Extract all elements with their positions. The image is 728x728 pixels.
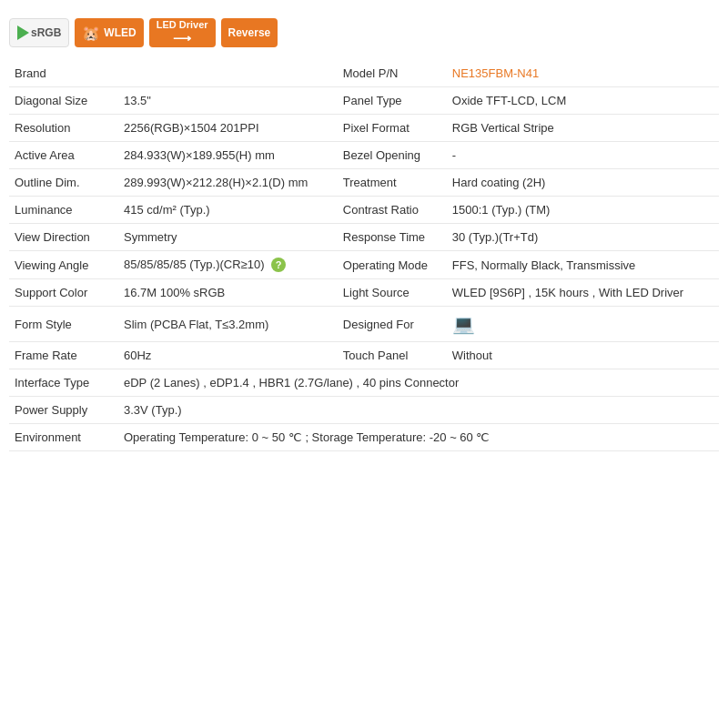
row-environment: Environment Operating Temperature: 0 ~ 5… [9,424,719,451]
value-viewing-angle: 85/85/85/85 (Typ.)(CR≥10) ? [118,251,338,279]
help-icon[interactable]: ? [271,258,286,272]
label-resolution: Resolution [9,115,118,142]
label-form-style: Form Style [9,307,118,342]
row-outline: Outline Dim. 289.993(W)×212.28(H)×2.1(D)… [9,169,719,197]
label-diagonal: Diagonal Size [9,87,118,115]
label-panel-type: Panel Type [338,87,447,115]
value-environment: Operating Temperature: 0 ~ 50 ℃ ; Storag… [118,424,719,451]
label-operating-mode: Operating Mode [338,251,447,279]
led-driver-label: LED Driver [157,19,208,31]
label-touch-panel: Touch Panel [338,342,447,369]
label-contrast: Contrast Ratio [338,197,447,224]
reverse-label: Reverse [228,26,271,39]
label-power-supply: Power Supply [9,397,118,424]
wled-hamster-icon: 🐹 [82,25,100,42]
row-support-color: Support Color 16.7M 100% sRGB Light Sour… [9,279,719,307]
value-response-time: 30 (Typ.)(Tr+Td) [447,224,719,251]
label-treatment: Treatment [338,169,447,197]
row-brand: Brand Model P/N NE135FBM-N41 [9,60,719,87]
value-support-color: 16.7M 100% sRGB [118,279,338,307]
value-operating-mode: FFS, Normally Black, Transmissive [447,251,719,279]
row-luminance: Luminance 415 cd/m² (Typ.) Contrast Rati… [9,197,719,224]
badge-srgb: sRGB [9,18,69,47]
value-power-supply: 3.3V (Typ.) [118,397,719,424]
row-viewing-angle: Viewing Angle 85/85/85/85 (Typ.)(CR≥10) … [9,251,719,279]
value-interface: eDP (2 Lanes) , eDP1.4 , HBR1 (2.7G/lane… [118,369,719,397]
viewing-angle-text: 85/85/85/85 (Typ.)(CR≥10) [124,258,265,271]
model-link[interactable]: NE135FBM-N41 [452,66,539,80]
badges-row: sRGB 🐹 WLED LED Driver ⟶ Reverse [9,18,719,47]
laptop-icon: 💻 [452,314,475,334]
label-view-direction: View Direction [9,224,118,251]
label-luminance: Luminance [9,197,118,224]
srgb-label: sRGB [31,26,61,39]
srgb-triangle-icon [17,25,29,40]
row-view-direction: View Direction Symmetry Response Time 30… [9,224,719,251]
value-resolution: 2256(RGB)×1504 201PPI [118,115,338,142]
value-diagonal: 13.5" [118,87,338,115]
label-viewing-angle: Viewing Angle [9,251,118,279]
row-power-supply: Power Supply 3.3V (Typ.) [9,397,719,424]
row-interface: Interface Type eDP (2 Lanes) , eDP1.4 , … [9,369,719,397]
badge-reverse: Reverse [221,18,278,47]
value-form-style: Slim (PCBA Flat, T≤3.2mm) [118,307,338,342]
value-light-source: WLED [9S6P] , 15K hours , With LED Drive… [447,279,719,307]
row-active-area: Active Area 284.933(W)×189.955(H) mm Bez… [9,142,719,169]
value-designed-for: 💻 [447,307,719,342]
value-contrast: 1500:1 (Typ.) (TM) [447,197,719,224]
label-response-time: Response Time [338,224,447,251]
row-frame-rate: Frame Rate 60Hz Touch Panel Without [9,342,719,369]
label-model: Model P/N [338,60,447,87]
row-diagonal: Diagonal Size 13.5" Panel Type Oxide TFT… [9,87,719,115]
row-resolution: Resolution 2256(RGB)×1504 201PPI Pixel F… [9,115,719,142]
value-view-direction: Symmetry [118,224,338,251]
value-bezel-opening: - [447,142,719,169]
label-active-area: Active Area [9,142,118,169]
value-brand [118,60,338,87]
led-driver-arrow-icon: ⟶ [173,31,191,46]
value-pixel-format: RGB Vertical Stripe [447,115,719,142]
label-outline: Outline Dim. [9,169,118,197]
label-brand: Brand [9,60,118,87]
label-interface: Interface Type [9,369,118,397]
label-frame-rate: Frame Rate [9,342,118,369]
value-active-area: 284.933(W)×189.955(H) mm [118,142,338,169]
wled-label: WLED [104,26,136,39]
value-panel-type: Oxide TFT-LCD, LCM [447,87,719,115]
value-model: NE135FBM-N41 [447,60,719,87]
value-outline: 289.993(W)×212.28(H)×2.1(D) mm [118,169,338,197]
label-pixel-format: Pixel Format [338,115,447,142]
label-designed-for: Designed For [338,307,447,342]
value-frame-rate: 60Hz [118,342,338,369]
label-environment: Environment [9,424,118,451]
row-form-style: Form Style Slim (PCBA Flat, T≤3.2mm) Des… [9,307,719,342]
label-light-source: Light Source [338,279,447,307]
value-touch-panel: Without [447,342,719,369]
label-support-color: Support Color [9,279,118,307]
value-treatment: Hard coating (2H) [447,169,719,197]
label-bezel-opening: Bezel Opening [338,142,447,169]
spec-table: Brand Model P/N NE135FBM-N41 Diagonal Si… [9,60,719,451]
page-wrapper: sRGB 🐹 WLED LED Driver ⟶ Reverse Brand M… [0,0,728,470]
badge-wled: 🐹 WLED [75,18,143,47]
badge-led-driver: LED Driver ⟶ [149,18,216,47]
value-luminance: 415 cd/m² (Typ.) [118,197,338,224]
